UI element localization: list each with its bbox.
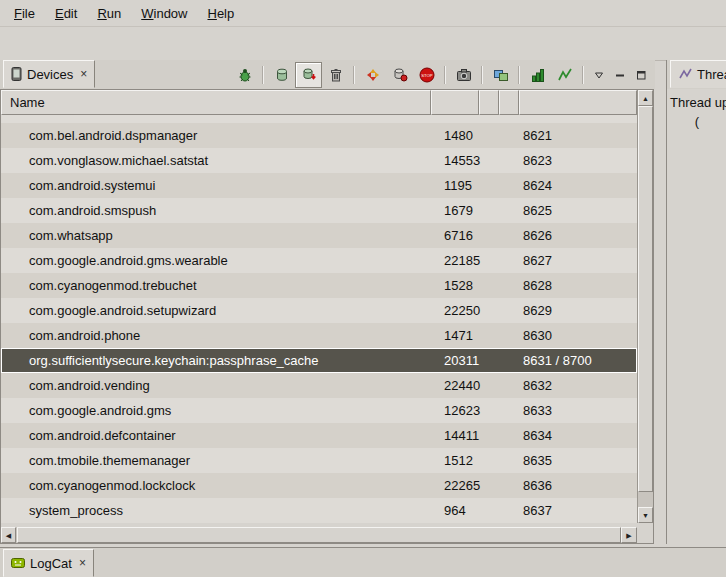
process-name-cell: com.google.android.gms: [1, 403, 431, 418]
column-header[interactable]: [479, 90, 499, 115]
pid-cell: 22440: [431, 378, 479, 393]
process-name-cell: com.android.phone: [1, 328, 431, 343]
scroll-up-button[interactable]: ▲: [638, 90, 653, 106]
port-cell: 8628: [519, 278, 637, 293]
process-name-cell: com.cyanogenmod.lockclock: [1, 478, 431, 493]
tab-label: Threads: [697, 67, 726, 82]
process-name-cell: com.android.smspush: [1, 203, 431, 218]
pid-cell: 6716: [431, 228, 479, 243]
table-row[interactable]: com.android.vending224408632: [1, 373, 637, 398]
port-cell: 8632: [519, 378, 637, 393]
table-row[interactable]: com.bel.android.dspmanager14808621: [1, 123, 637, 148]
process-name-cell: com.whatsapp: [1, 228, 431, 243]
main-toolbar: [0, 27, 726, 61]
process-name-cell: com.google.android.setupwizard: [1, 303, 431, 318]
dump-hprof-icon[interactable]: [295, 62, 322, 88]
tab-devices[interactable]: Devices ×: [3, 60, 95, 88]
port-cell: 8635: [519, 453, 637, 468]
pid-cell: 14411: [431, 428, 479, 443]
capture-hierarchy-icon[interactable]: [487, 62, 514, 88]
column-header-name[interactable]: Name: [1, 90, 431, 115]
threads-message: Thread up: [670, 95, 724, 110]
column-header-ports[interactable]: [519, 90, 637, 115]
threads-tabbar: Threads ×: [667, 60, 726, 89]
port-cell: 8621: [519, 128, 637, 143]
screen-capture-icon[interactable]: [450, 62, 477, 88]
table-row[interactable]: system_process9648637: [1, 498, 637, 523]
method-profiling-icon[interactable]: [386, 62, 413, 88]
pid-cell: 22250: [431, 303, 479, 318]
debug-icon[interactable]: [231, 62, 258, 88]
gc-trash-icon[interactable]: [322, 62, 349, 88]
threads-view: Threads × Thread up (: [666, 60, 726, 544]
horizontal-scrollbar[interactable]: ◀ ▶: [1, 527, 637, 543]
port-cell: 8633: [519, 403, 637, 418]
pid-cell: 1195: [431, 178, 479, 193]
table-row[interactable]: com.android.smspush16798625: [1, 198, 637, 223]
process-name-cell: com.cyanogenmod.trebuchet: [1, 278, 431, 293]
port-cell: 8627: [519, 253, 637, 268]
port-cell: 8631 / 8700: [519, 353, 637, 368]
scroll-down-button[interactable]: ▼: [638, 507, 653, 523]
pid-cell: 964: [431, 503, 479, 518]
menu-item-run[interactable]: Run: [87, 3, 131, 24]
table-row[interactable]: com.cyanogenmod.trebuchet15288628: [1, 273, 637, 298]
pid-cell: 1512: [431, 453, 479, 468]
close-icon[interactable]: ×: [80, 68, 87, 80]
toolbar-separator: [262, 66, 264, 84]
port-cell: 8634: [519, 428, 637, 443]
vertical-scrollbar-thumb[interactable]: [638, 106, 653, 492]
table-row[interactable]: com.android.defcontainer144118634: [1, 423, 637, 448]
tab-label: LogCat: [30, 556, 72, 571]
process-name-cell: com.google.android.gms.wearable: [1, 253, 431, 268]
table-row[interactable]: com.google.android.setupwizard222508629: [1, 298, 637, 323]
toolbar-separator: [353, 66, 355, 84]
menu-item-file[interactable]: File: [4, 3, 45, 24]
menu-item-window[interactable]: Window: [131, 3, 197, 24]
toolbar-separator: [444, 66, 446, 84]
pid-cell: 1679: [431, 203, 479, 218]
table-row[interactable]: com.android.systemui11958624: [1, 173, 637, 198]
column-header-pid[interactable]: [431, 90, 479, 115]
close-icon[interactable]: ×: [79, 557, 86, 569]
devices-view: Devices × STOP Name com.bel.android.dspm…: [0, 60, 655, 544]
table-header: Name: [1, 90, 637, 115]
tab-logcat[interactable]: LogCat ×: [3, 549, 94, 577]
table-row[interactable]: com.whatsapp67168626: [1, 223, 637, 248]
toolbar-separator: [518, 66, 520, 84]
heap-columns-icon[interactable]: [524, 62, 551, 88]
table-row[interactable]: com.tmobile.thememanager15128635: [1, 448, 637, 473]
horizontal-scrollbar-thumb[interactable]: [17, 527, 621, 543]
table-row[interactable]: com.google.android.gms.wearable221858627: [1, 248, 637, 273]
process-name-cell: org.sufficientlysecure.keychain:passphra…: [1, 353, 431, 368]
devices-tabbar: Devices × STOP: [0, 60, 655, 89]
process-name-cell: com.tmobile.thememanager: [1, 453, 431, 468]
minimize-icon[interactable]: [609, 62, 630, 88]
partial-row: [1, 115, 637, 123]
port-cell: 8624: [519, 178, 637, 193]
table-row[interactable]: com.google.android.gms126238633: [1, 398, 637, 423]
tab-threads[interactable]: Threads ×: [670, 60, 726, 88]
menu-item-help[interactable]: Help: [197, 3, 244, 24]
vertical-scrollbar[interactable]: ▲ ▼: [637, 90, 653, 523]
table-row[interactable]: org.sufficientlysecure.keychain:passphra…: [1, 348, 637, 373]
scroll-left-button[interactable]: ◀: [1, 527, 16, 543]
menu-item-edit[interactable]: Edit: [45, 3, 87, 24]
threads-chart-icon[interactable]: [551, 62, 578, 88]
device-table-body: com.bel.android.dspmanager14808621com.vo…: [1, 123, 637, 523]
table-row[interactable]: com.android.phone14718630: [1, 323, 637, 348]
logcat-bar: LogCat ×: [0, 547, 726, 577]
device-phone-icon: [11, 67, 22, 81]
maximize-icon[interactable]: [630, 62, 651, 88]
toolbar-separator: [481, 66, 483, 84]
table-row[interactable]: com.vonglasow.michael.satstat145538623: [1, 148, 637, 173]
update-threads-icon[interactable]: [359, 62, 386, 88]
pid-cell: 14553: [431, 153, 479, 168]
update-heap-icon[interactable]: [268, 62, 295, 88]
column-header[interactable]: [499, 90, 519, 115]
table-row[interactable]: com.cyanogenmod.lockclock222658636: [1, 473, 637, 498]
scroll-right-button[interactable]: ▶: [621, 527, 637, 543]
process-name-cell: com.bel.android.dspmanager: [1, 128, 431, 143]
stop-process-icon[interactable]: STOP: [413, 62, 440, 88]
view-menu-icon[interactable]: [588, 62, 609, 88]
